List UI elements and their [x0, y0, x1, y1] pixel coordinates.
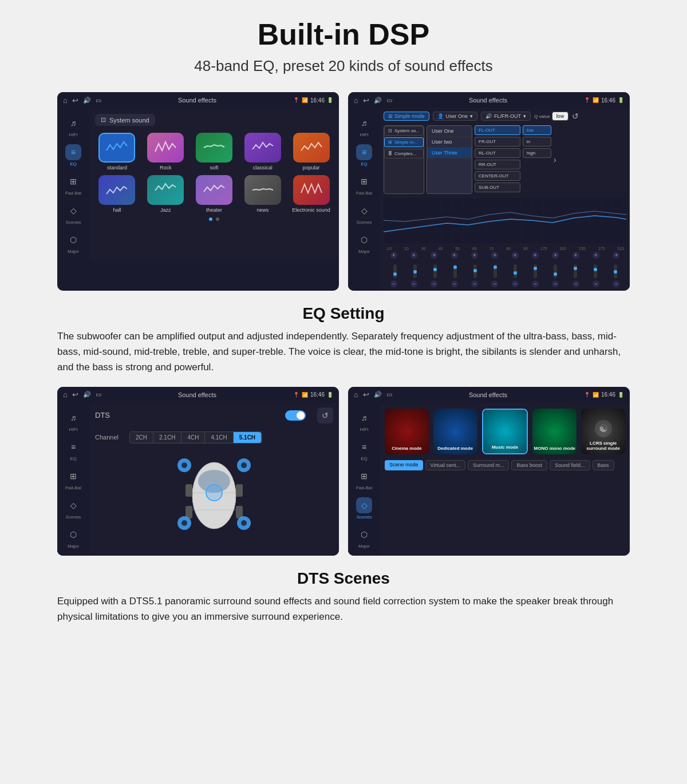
- plus-btn-6[interactable]: +: [491, 252, 498, 259]
- thumb-8[interactable]: [534, 267, 537, 270]
- home-icon-4[interactable]: ⌂: [354, 390, 358, 399]
- thumb-7[interactable]: [514, 271, 517, 275]
- sidebar-hifi-4[interactable]: ♬ HIFI: [350, 407, 378, 434]
- thumb-12[interactable]: [614, 270, 617, 274]
- window-icon-3[interactable]: ▭: [96, 391, 101, 398]
- plus-btn-10[interactable]: +: [572, 252, 579, 259]
- q-value-btn[interactable]: low: [552, 112, 569, 121]
- sidebar-eq-3[interactable]: ≡ EQ: [59, 437, 88, 464]
- effect-theater[interactable]: theater: [192, 175, 236, 213]
- scene-tab-sound-field[interactable]: Sound field...: [550, 460, 590, 470]
- sidebar-hifi-1[interactable]: ♬ HIFI: [59, 113, 88, 140]
- effect-news[interactable]: news: [240, 175, 285, 213]
- sub-out[interactable]: SUB-OUT: [475, 183, 520, 192]
- plus-btn-1[interactable]: +: [390, 252, 397, 259]
- thumb-2[interactable]: [413, 270, 417, 274]
- sidebar-hifi-3[interactable]: ♬ HIFI: [59, 407, 88, 434]
- effect-hall[interactable]: hall: [95, 175, 139, 213]
- refresh-icon[interactable]: ↺: [572, 112, 579, 121]
- mode-mono[interactable]: MONO mono mode: [532, 409, 577, 454]
- effect-standard[interactable]: standard: [95, 133, 139, 171]
- quality-low[interactable]: low: [523, 125, 551, 135]
- sidebar-eq-1[interactable]: ≡ EQ: [59, 142, 88, 169]
- user-one-item[interactable]: User One: [427, 126, 472, 137]
- sidebar-hifi-2[interactable]: ♬ HIFI: [350, 113, 378, 140]
- scene-tab-surround-m[interactable]: Surround m...: [468, 460, 510, 470]
- mode-cinema[interactable]: Cinema mode: [385, 409, 429, 454]
- back-icon-2[interactable]: ↩: [363, 96, 369, 105]
- effect-popular[interactable]: popular: [289, 133, 333, 171]
- sidebar-fadbal-2[interactable]: ⊞ Fad-Bal: [350, 171, 378, 198]
- volume-icon-3[interactable]: 🔊: [83, 391, 91, 398]
- channel-21ch[interactable]: 2.1CH: [153, 432, 181, 443]
- back-icon-4[interactable]: ↩: [363, 390, 369, 399]
- minus-btn-10[interactable]: −: [572, 280, 579, 287]
- thumb-11[interactable]: [594, 268, 597, 271]
- scene-tab-bass[interactable]: Bass: [593, 460, 614, 470]
- rr-out[interactable]: RR-OUT: [475, 160, 520, 169]
- sidebar-eq-4[interactable]: ≡ EQ: [350, 437, 378, 464]
- window-icon-4[interactable]: ▭: [386, 391, 392, 398]
- back-icon[interactable]: ↩: [72, 96, 78, 105]
- output-dropdown-btn[interactable]: 🔊 FL/FR-OUT ▾: [481, 112, 531, 121]
- mode-music[interactable]: Music mode: [482, 409, 528, 454]
- channel-4ch[interactable]: 4CH: [181, 432, 205, 443]
- scene-tab-scene-mode[interactable]: Scene mode: [385, 460, 423, 470]
- minus-btn-11[interactable]: −: [593, 280, 599, 287]
- user-dropdown-btn[interactable]: 👤 User One ▾: [433, 112, 478, 121]
- thumb-1[interactable]: [393, 272, 397, 276]
- plus-btn-3[interactable]: +: [431, 252, 437, 259]
- plus-btn-12[interactable]: +: [613, 252, 619, 259]
- mode-dedicated[interactable]: Dedicated mode: [433, 409, 477, 454]
- minus-btn-4[interactable]: −: [451, 280, 458, 287]
- thumb-5[interactable]: [473, 269, 477, 272]
- sidebar-scenes-1[interactable]: ◇ Scenes: [59, 200, 88, 227]
- plus-btn-9[interactable]: +: [552, 252, 559, 259]
- minus-btn-3[interactable]: −: [431, 280, 437, 287]
- volume-icon-4[interactable]: 🔊: [374, 391, 382, 398]
- quality-high[interactable]: high: [523, 148, 551, 158]
- mode-complex[interactable]: ≣ Complex...: [384, 149, 424, 159]
- fr-out[interactable]: FR-OUT: [475, 137, 520, 146]
- home-icon[interactable]: ⌂: [63, 96, 68, 105]
- scene-tab-bass-boost[interactable]: Bass boost: [511, 460, 547, 470]
- window-icon-2[interactable]: ▭: [386, 97, 392, 104]
- user-three-item[interactable]: User Three: [427, 148, 472, 159]
- minus-btn-7[interactable]: −: [512, 280, 519, 287]
- mode-simple[interactable]: ⊞ Simple m...: [384, 137, 424, 147]
- plus-btn-2[interactable]: +: [410, 252, 417, 259]
- minus-btn-5[interactable]: −: [471, 280, 478, 287]
- window-icon[interactable]: ▭: [96, 97, 101, 104]
- sidebar-major-3[interactable]: ⬡ Major: [59, 524, 88, 551]
- rl-out[interactable]: RL-OUT: [475, 148, 520, 158]
- minus-btn-2[interactable]: −: [410, 280, 417, 287]
- thumb-10[interactable]: [574, 267, 577, 270]
- center-out[interactable]: CENTER-OUT: [475, 171, 520, 181]
- plus-btn-7[interactable]: +: [512, 252, 519, 259]
- quality-in[interactable]: in: [523, 137, 551, 146]
- minus-btn-12[interactable]: −: [613, 280, 619, 287]
- simple-mode-btn[interactable]: ⊞ Simple mode: [384, 112, 429, 121]
- minus-btn-1[interactable]: −: [390, 280, 397, 287]
- sidebar-eq-2[interactable]: ≡ EQ: [350, 142, 378, 169]
- sidebar-scenes-2[interactable]: ◇ Scenes: [350, 200, 378, 227]
- plus-btn-11[interactable]: +: [593, 252, 599, 259]
- mode-system[interactable]: ⊡ System so...: [384, 126, 424, 136]
- effect-electronic[interactable]: Electronic sound: [289, 175, 333, 213]
- sidebar-major-2[interactable]: ⬡ Major: [350, 229, 378, 256]
- effect-soft[interactable]: soft: [192, 133, 236, 171]
- dts-toggle[interactable]: [285, 410, 306, 421]
- user-two-item[interactable]: User two: [427, 137, 472, 148]
- thumb-6[interactable]: [493, 266, 497, 269]
- fl-out[interactable]: FL-OUT: [475, 125, 520, 135]
- reset-btn[interactable]: ↺: [317, 407, 333, 423]
- minus-btn-6[interactable]: −: [491, 280, 498, 287]
- sidebar-scenes-3[interactable]: ◇ Scenes: [59, 495, 88, 522]
- minus-btn-8[interactable]: −: [532, 280, 539, 287]
- minus-btn-9[interactable]: −: [552, 280, 559, 287]
- scene-tab-virtual-cent[interactable]: Virtual cent...: [425, 460, 465, 470]
- thumb-4[interactable]: [453, 266, 457, 269]
- plus-btn-4[interactable]: +: [451, 252, 458, 259]
- sidebar-scenes-4[interactable]: ◇ Scenes: [350, 495, 378, 522]
- volume-icon-2[interactable]: 🔊: [374, 97, 382, 104]
